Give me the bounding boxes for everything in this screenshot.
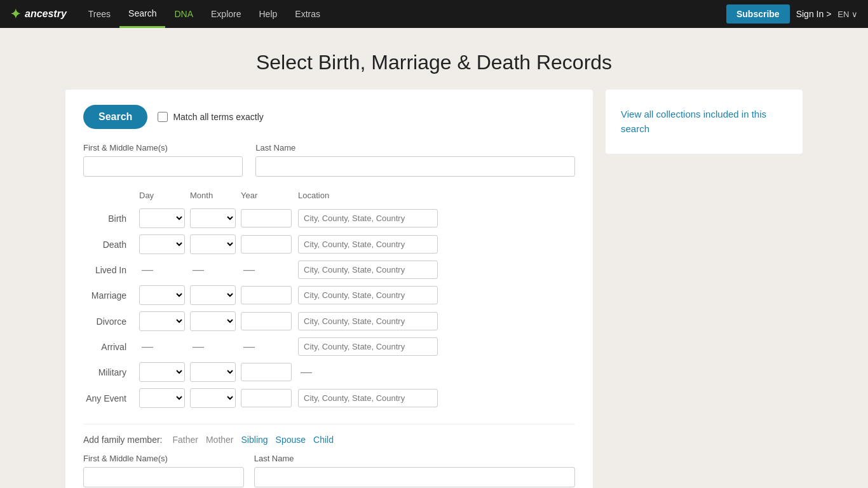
nav-explore[interactable]: Explore (202, 0, 250, 28)
event-label-2: Lived In (83, 257, 134, 282)
year-input-4[interactable] (241, 312, 292, 330)
day-select-1[interactable]: 1234567891011121314151617181920212223242… (139, 234, 185, 254)
loc-input-2[interactable] (298, 261, 438, 279)
family-father[interactable]: Father (172, 435, 198, 445)
collections-link[interactable]: View all collections included in this se… (621, 109, 766, 134)
match-exact-label[interactable]: Match all terms exactly (158, 112, 263, 122)
family-name-row: First & Middle Name(s) Last Name (83, 454, 575, 487)
event-row-marriage: Marriage12345678910111213141516171819202… (83, 282, 575, 308)
col-location-header: Location (293, 191, 575, 205)
col-year-header: Year (236, 191, 293, 205)
logo-icon: ✦ (10, 6, 21, 22)
event-label-5: Arrival (83, 334, 134, 359)
content-area: Search Match all terms exactly First & M… (53, 90, 815, 488)
month-select-3[interactable]: JanFebMarAprMayJunJulAugSepOctNovDec (190, 285, 236, 305)
logo-text: ancestry (25, 8, 67, 20)
subscribe-button[interactable]: Subscribe (726, 4, 790, 24)
loc-input-4[interactable] (298, 312, 438, 330)
year-input-1[interactable] (241, 235, 292, 254)
day-select-4[interactable]: 1234567891011121314151617181920212223242… (139, 311, 185, 331)
event-label-6: Military (83, 359, 134, 385)
nav-dna[interactable]: DNA (165, 0, 202, 28)
event-label-0: Birth (83, 205, 134, 231)
event-row-divorce: Divorce123456789101112131415161718192021… (83, 308, 575, 334)
loc-input-3[interactable] (298, 286, 438, 304)
family-mother[interactable]: Mother (206, 435, 234, 445)
nav-extras[interactable]: Extras (286, 0, 329, 28)
month-select-1[interactable]: JanFebMarAprMayJunJulAugSepOctNovDec (190, 234, 236, 254)
signin-link[interactable]: Sign In > (796, 9, 832, 19)
family-spouse[interactable]: Spouse (276, 435, 306, 445)
loc-input-1[interactable] (298, 235, 438, 254)
year-input-6[interactable] (241, 363, 292, 381)
loc-input-7[interactable] (298, 389, 438, 407)
language-selector[interactable]: EN ∨ (837, 10, 858, 19)
family-last-name-input[interactable] (254, 467, 575, 487)
nav-trees[interactable]: Trees (79, 0, 119, 28)
month-select-4[interactable]: JanFebMarAprMayJunJulAugSepOctNovDec (190, 311, 236, 331)
month-select-0[interactable]: JanFebMarAprMayJunJulAugSepOctNovDec (190, 208, 236, 228)
family-sibling[interactable]: Sibling (241, 435, 268, 445)
family-first-name-group: First & Middle Name(s) (83, 454, 244, 487)
day-dash-5: — (139, 340, 156, 353)
sidebar-card: View all collections included in this se… (606, 90, 803, 154)
day-select-3[interactable]: 1234567891011121314151617181920212223242… (139, 285, 185, 305)
logo[interactable]: ✦ ancestry (10, 6, 67, 22)
family-first-name-input[interactable] (83, 467, 244, 487)
nav-help[interactable]: Help (250, 0, 287, 28)
match-exact-checkbox[interactable] (158, 112, 168, 122)
event-row-military: Military12345678910111213141516171819202… (83, 359, 575, 385)
match-exact-text: Match all terms exactly (173, 112, 263, 122)
month-select-6[interactable]: JanFebMarAprMayJunJulAugSepOctNovDec (190, 362, 236, 382)
day-select-7[interactable]: 1234567891011121314151617181920212223242… (139, 388, 185, 408)
family-section: Add family member: Father Mother Sibling… (83, 424, 575, 488)
col-day-header: Day (134, 191, 185, 205)
event-row-arrival: Arrival——— (83, 334, 575, 359)
last-name-group: Last Name (255, 143, 575, 177)
first-name-label: First & Middle Name(s) (83, 143, 243, 152)
page-title: Select Birth, Marriage & Death Records (0, 28, 868, 90)
first-name-input[interactable] (83, 156, 243, 177)
month-dash-2: — (190, 263, 207, 276)
loc-input-5[interactable] (298, 337, 438, 356)
nav-links: Trees Search DNA Explore Help Extras (79, 0, 726, 28)
family-child[interactable]: Child (313, 435, 334, 445)
month-dash-5: — (190, 340, 207, 353)
col-empty (83, 191, 134, 205)
event-row-any-event: Any Event1234567891011121314151617181920… (83, 385, 575, 411)
year-input-0[interactable] (241, 209, 292, 227)
event-label-1: Death (83, 231, 134, 257)
event-row-birth: Birth12345678910111213141516171819202122… (83, 205, 575, 231)
family-first-name-label: First & Middle Name(s) (83, 454, 244, 463)
add-family-label: Add family member: (83, 435, 162, 445)
family-last-name-label: Last Name (254, 454, 575, 463)
search-row: Search Match all terms exactly (83, 105, 575, 129)
nav-right: Subscribe Sign In > EN ∨ (726, 4, 858, 24)
event-label-4: Divorce (83, 308, 134, 334)
event-label-3: Marriage (83, 282, 134, 308)
search-button[interactable]: Search (83, 105, 147, 129)
name-fields: First & Middle Name(s) Last Name (83, 143, 575, 177)
event-label-7: Any Event (83, 385, 134, 411)
family-add-row: Add family member: Father Mother Sibling… (83, 435, 575, 445)
form-card: Search Match all terms exactly First & M… (65, 90, 593, 488)
day-select-6[interactable]: 1234567891011121314151617181920212223242… (139, 362, 185, 382)
loc-input-0[interactable] (298, 209, 438, 227)
year-dash-2: — (241, 263, 257, 276)
month-select-7[interactable]: JanFebMarAprMayJunJulAugSepOctNovDec (190, 388, 236, 408)
year-input-7[interactable] (241, 389, 292, 407)
event-table: Day Month Year Location Birth12345678910… (83, 191, 575, 411)
last-name-label: Last Name (255, 143, 575, 152)
day-dash-2: — (139, 263, 156, 276)
first-name-group: First & Middle Name(s) (83, 143, 243, 177)
sidebar: View all collections included in this se… (606, 90, 803, 488)
year-dash-5: — (241, 340, 257, 353)
event-row-lived-in: Lived In——— (83, 257, 575, 282)
day-select-0[interactable]: 1234567891011121314151617181920212223242… (139, 208, 185, 228)
event-row-death: Death12345678910111213141516171819202122… (83, 231, 575, 257)
last-name-input[interactable] (255, 156, 575, 177)
loc-dash-6: — (298, 365, 315, 378)
year-input-3[interactable] (241, 286, 292, 304)
col-month-header: Month (185, 191, 236, 205)
nav-search[interactable]: Search (119, 0, 165, 28)
